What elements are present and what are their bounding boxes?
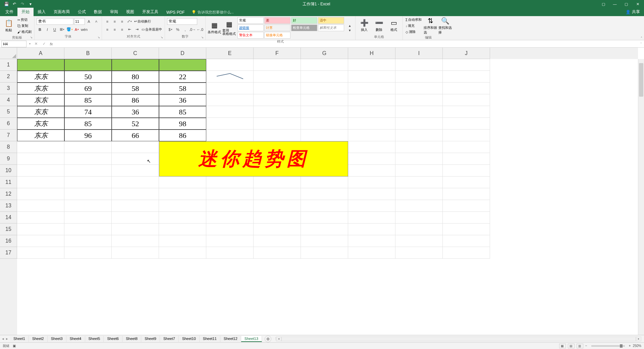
phonetic-button[interactable]: wén [81, 26, 88, 33]
sheet-tab-sheet12[interactable]: Sheet12 [220, 336, 241, 342]
comma-button[interactable]: , [182, 26, 189, 33]
cell-A6[interactable]: 东东 [17, 118, 64, 130]
cell-J11[interactable] [443, 177, 490, 188]
cell-F15[interactable] [254, 223, 301, 235]
cell-D7[interactable]: 86 [159, 130, 206, 141]
percent-button[interactable]: % [174, 26, 181, 33]
sheet-tab-sheet6[interactable]: Sheet6 [104, 336, 122, 342]
cell-F7[interactable] [254, 130, 301, 141]
cell-A4[interactable]: 东东 [17, 94, 64, 106]
cell-H7[interactable] [348, 130, 395, 141]
row-header-12[interactable]: 12 [0, 188, 17, 200]
cell-H3[interactable] [348, 83, 395, 94]
sheet-tab-sheet1[interactable]: Sheet1 [10, 336, 29, 342]
cancel-formula-button[interactable]: ✕ [32, 42, 40, 46]
macro-record-icon[interactable]: ▣ [13, 344, 16, 348]
row-header-8[interactable]: 8 [0, 141, 17, 153]
cell-G1[interactable] [301, 59, 348, 71]
cell-C15[interactable] [112, 223, 159, 235]
cell-C3[interactable]: 58 [112, 83, 159, 94]
cell-B5[interactable]: 74 [64, 106, 112, 118]
font-name-select[interactable] [37, 18, 73, 25]
cell-H5[interactable] [348, 106, 395, 118]
cell-H17[interactable] [348, 247, 395, 259]
share-button[interactable]: 👤共享 [626, 9, 640, 16]
tab-data[interactable]: 数据 [90, 8, 106, 16]
row-header-13[interactable]: 13 [0, 200, 17, 212]
cut-button[interactable]: ✂剪切 [17, 17, 32, 23]
zoom-out-button[interactable]: − [585, 344, 587, 348]
tab-wps-pdf[interactable]: WPS PDF [162, 9, 189, 16]
row-header-3[interactable]: 3 [0, 83, 17, 94]
cell-E17[interactable] [206, 247, 254, 259]
font-size-select[interactable] [74, 18, 85, 25]
cell-F11[interactable] [254, 177, 301, 188]
normal-view-button[interactable]: ▦ [559, 344, 566, 348]
alignment-launcher[interactable]: ↘ [161, 36, 164, 39]
col-header-C[interactable]: C [112, 48, 159, 59]
borders-button[interactable]: ⊞ [59, 26, 65, 33]
bold-button[interactable]: B [37, 26, 43, 33]
number-format-select[interactable] [167, 18, 197, 25]
underline-button[interactable]: U [51, 26, 58, 33]
zoom-slider[interactable] [591, 345, 625, 347]
align-middle-button[interactable]: ≡ [111, 18, 118, 25]
cell-A10[interactable] [17, 165, 64, 177]
align-bottom-button[interactable]: ≡ [119, 18, 125, 25]
cell-B13[interactable] [64, 200, 112, 212]
column-headers[interactable]: ABCDEFGHIJ [17, 48, 638, 59]
sheet-tab-sheet13[interactable]: Sheet13 [241, 336, 262, 342]
style-check-cell[interactable]: 检查单元格 [291, 24, 317, 31]
cell-C7[interactable]: 66 [112, 130, 159, 141]
sheet-tab-sheet11[interactable]: Sheet11 [200, 336, 220, 342]
cell-B7[interactable]: 96 [64, 130, 112, 141]
cell-I15[interactable] [395, 223, 443, 235]
cell-J8[interactable] [443, 141, 490, 153]
cell-J4[interactable] [443, 94, 490, 106]
cell-J15[interactable] [443, 223, 490, 235]
cell-F4[interactable] [254, 94, 301, 106]
cell-H11[interactable] [348, 177, 395, 188]
cell-D11[interactable] [159, 177, 206, 188]
cell-G11[interactable] [301, 177, 348, 188]
row-header-6[interactable]: 6 [0, 118, 17, 130]
sort-filter-button[interactable]: ⇅排序和筛选 [424, 17, 437, 35]
tab-home[interactable]: 开始 [17, 8, 34, 16]
close-button[interactable]: ✕ [633, 1, 643, 7]
cell-I2[interactable] [395, 71, 443, 83]
orientation-button[interactable]: ⤢ [126, 18, 133, 25]
cell-J1[interactable] [443, 59, 490, 71]
sheet-tab-sheet4[interactable]: Sheet4 [66, 336, 85, 342]
maximize-button[interactable]: ▢ [621, 1, 631, 7]
sheet-tab-sheet8[interactable]: Sheet8 [122, 336, 141, 342]
align-center-button[interactable]: ≡ [111, 26, 118, 33]
conditional-format-button[interactable]: ▦条件格式 [208, 19, 221, 37]
style-neutral[interactable]: 适中 [318, 17, 344, 24]
cell-J14[interactable] [443, 212, 490, 223]
sheet-tab-sheet7[interactable]: Sheet7 [160, 336, 179, 342]
expand-formula-bar-button[interactable]: ˅ [638, 42, 644, 46]
col-header-I[interactable]: I [395, 48, 443, 59]
cell-C14[interactable] [112, 212, 159, 223]
format-painter-button[interactable]: 🖌格式刷 [17, 29, 32, 35]
tell-me-search[interactable]: 💡告诉我您想要做什么... [192, 10, 234, 16]
select-all-corner[interactable] [0, 48, 17, 59]
cell-G7[interactable] [301, 130, 348, 141]
cell-C8[interactable] [112, 141, 159, 153]
col-header-D[interactable]: D [159, 48, 206, 59]
tab-review[interactable]: 审阅 [106, 8, 122, 16]
cell-J7[interactable] [443, 130, 490, 141]
tab-nav-last[interactable]: ▸ [6, 337, 8, 341]
col-header-G[interactable]: G [301, 48, 348, 59]
font-color-button[interactable]: A [73, 26, 80, 33]
cell-G15[interactable] [301, 223, 348, 235]
new-sheet-button[interactable]: ⊕ [265, 336, 271, 342]
zoom-thumb[interactable] [620, 344, 623, 348]
cell-C10[interactable] [112, 165, 159, 177]
cell-J6[interactable] [443, 118, 490, 130]
cell-C4[interactable]: 86 [112, 94, 159, 106]
cell-A2[interactable]: 东东 [17, 71, 64, 83]
cell-E16[interactable] [206, 235, 254, 247]
cell-C2[interactable]: 80 [112, 71, 159, 83]
insert-cells-button[interactable]: ➕插入 [358, 17, 371, 34]
